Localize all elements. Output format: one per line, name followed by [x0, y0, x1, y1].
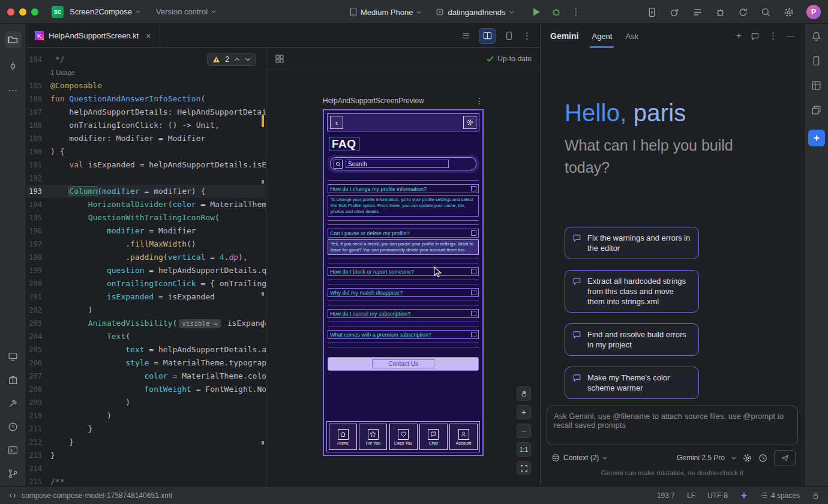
build-icon[interactable] — [8, 398, 18, 409]
gemini-suggestion-card[interactable]: Fix the warnings and errors in the edito… — [565, 227, 699, 259]
gemini-prompt-input[interactable] — [547, 406, 798, 445]
tab-options-kebab[interactable]: ⋮ — [523, 31, 532, 41]
device-manager-icon[interactable] — [811, 56, 821, 66]
faq-question-row[interactable]: How do I change my profile information? — [328, 184, 479, 193]
close-tab-icon[interactable]: × — [146, 31, 151, 41]
faq-question-row[interactable]: How do I block or report someone? — [328, 267, 479, 276]
debug-button[interactable] — [551, 7, 561, 17]
scrollbar-mark[interactable] — [262, 324, 264, 328]
zoom-in-button[interactable]: + — [517, 405, 531, 419]
expand-arrow-icon[interactable] — [471, 230, 476, 236]
editor-tab[interactable]: K HelpAndSupportScreen.kt × — [26, 24, 160, 48]
scrollbar-mark[interactable] — [262, 441, 264, 445]
code-line[interactable]: 1 Usage — [26, 66, 266, 79]
resource-manager-icon[interactable] — [811, 105, 821, 115]
window-controls[interactable] — [7, 8, 38, 16]
settings-gear-icon[interactable] — [463, 116, 476, 129]
preview-nav-item-chat[interactable]: Chat — [419, 424, 448, 450]
code-line[interactable]: 211 } — [26, 422, 266, 436]
code-line[interactable]: 202 ) — [26, 304, 266, 317]
minimize-window-button[interactable] — [19, 8, 26, 16]
preview-grid-icon[interactable] — [275, 54, 284, 64]
code-line[interactable]: 190) { — [26, 145, 266, 158]
indent-setting[interactable]: 4 spaces — [760, 491, 800, 500]
next-warning-icon[interactable] — [245, 58, 251, 61]
preview-options-kebab[interactable]: ⋮ — [475, 96, 484, 106]
code-line[interactable]: 186fun QuestionAndAnswerInfoSection( — [26, 92, 266, 106]
run-button[interactable] — [532, 7, 541, 17]
code-line[interactable]: 189 modifier: Modifier = Modifier — [26, 132, 266, 145]
expand-arrow-icon[interactable] — [471, 332, 476, 337]
profile-avatar[interactable]: P — [806, 5, 821, 19]
code-line[interactable]: 187 helpAndSupportDetails: HelpAndSuppor… — [26, 106, 266, 119]
code-line[interactable]: 213} — [26, 449, 266, 462]
gemini-panel-button[interactable] — [808, 130, 825, 146]
back-arrow-icon[interactable]: ‹ — [330, 116, 343, 129]
zoom-fit-button[interactable] — [517, 461, 531, 475]
preview-nav-item-account[interactable]: Account — [449, 424, 478, 450]
tab-ask[interactable]: Ask — [625, 24, 638, 48]
gradle-sync-icon[interactable] — [738, 7, 748, 17]
design-view-button[interactable] — [501, 29, 517, 43]
run-options-kebab[interactable]: ⋮ — [572, 7, 581, 17]
more-tools-icon[interactable]: ⋯ — [8, 85, 18, 96]
code-line[interactable]: 196 modifier = Modifier — [26, 224, 266, 238]
hide-panel-icon[interactable]: — — [787, 32, 794, 41]
device-explorer-icon[interactable] — [8, 352, 18, 362]
code-line[interactable]: 200 onTrailingIconClick = { onTrailingIc… — [26, 277, 266, 290]
code-line[interactable]: 206 style = MaterialTheme.typography.bod… — [26, 356, 266, 370]
vcs-widget[interactable]: Version control — [156, 7, 216, 16]
gemini-suggestion-card[interactable]: Extract all hardcoded strings from this … — [565, 270, 699, 313]
code-line[interactable]: 215/** — [26, 475, 266, 486]
todo-list-icon[interactable] — [692, 7, 703, 17]
commit-icon[interactable] — [8, 61, 18, 71]
faq-answer[interactable]: To change your profile information, go t… — [328, 195, 479, 217]
preview-nav-item-for-you[interactable]: For You — [359, 424, 387, 450]
layout-inspector-icon[interactable] — [811, 80, 821, 91]
new-chat-icon[interactable]: + — [736, 31, 742, 41]
code-line[interactable]: 197 .fillMaxWidth() — [26, 238, 266, 251]
gemini-suggestion-card[interactable]: Find and resolve build errors in my proj… — [565, 323, 699, 356]
code-line[interactable]: 205 text = helpAndSupportDetails.answer, — [26, 343, 266, 356]
code-line[interactable]: 185@Composable — [26, 79, 266, 92]
gemini-settings-icon[interactable] — [743, 454, 752, 463]
line-ending[interactable]: LF — [687, 491, 695, 500]
close-window-button[interactable] — [7, 8, 14, 16]
dependencies-icon[interactable] — [8, 375, 18, 385]
faq-question-row[interactable]: How do I cancel my subscription? — [328, 309, 479, 318]
search-icon[interactable] — [761, 7, 771, 17]
running-devices-icon[interactable] — [647, 7, 657, 17]
code-line[interactable]: 204 Text( — [26, 330, 266, 343]
code-line[interactable]: 198 .padding(vertical = 4.dp), — [26, 251, 266, 264]
code-line[interactable]: 207 color = MaterialTheme.colorScheme — [26, 370, 266, 383]
code-line[interactable]: 199 question = helpAndSupportDetails.que… — [26, 264, 266, 277]
code-line[interactable]: 214 — [26, 462, 266, 475]
settings-gear-icon[interactable] — [784, 7, 794, 17]
code-view-button[interactable] — [458, 29, 473, 43]
send-button[interactable] — [774, 450, 796, 466]
preview-nav-item-home[interactable]: Home — [329, 424, 357, 450]
prev-warning-icon[interactable] — [234, 58, 240, 61]
code-line[interactable]: 208 fontWeight = FontWeight.Normal — [26, 383, 266, 396]
project-selector[interactable]: Screen2Compose — [70, 7, 140, 16]
expand-arrow-icon[interactable] — [471, 186, 476, 191]
code-line[interactable]: 192 — [26, 172, 266, 185]
terminal-icon[interactable] — [8, 445, 18, 455]
unlock-icon[interactable] — [812, 491, 820, 500]
split-view-button[interactable] — [479, 29, 495, 43]
code-line[interactable]: 210 ) — [26, 409, 266, 422]
code-line[interactable]: 194 HorizontalDivider(color = MaterialTh… — [26, 198, 266, 211]
contact-us-button[interactable]: Contact Us — [328, 357, 479, 371]
scrollbar-mark[interactable] — [262, 292, 264, 296]
scrollbar-mark[interactable] — [262, 180, 264, 184]
maximize-window-button[interactable] — [31, 8, 38, 16]
zoom-out-button[interactable]: − — [517, 424, 531, 438]
zoom-ratio-button[interactable]: 1:1 — [517, 442, 531, 457]
preview-search-bar[interactable]: Search — [330, 157, 476, 170]
expand-arrow-icon[interactable] — [471, 290, 476, 295]
device-selector[interactable]: Medium Phone — [350, 7, 421, 17]
faq-question-row[interactable]: Can I pause or delete my profile? — [328, 229, 479, 238]
gemini-suggestion-card[interactable]: Make my Theme's color scheme warmer — [565, 367, 699, 399]
inspections-widget[interactable]: 2 — [207, 53, 256, 66]
pan-tool-button[interactable] — [517, 386, 531, 401]
